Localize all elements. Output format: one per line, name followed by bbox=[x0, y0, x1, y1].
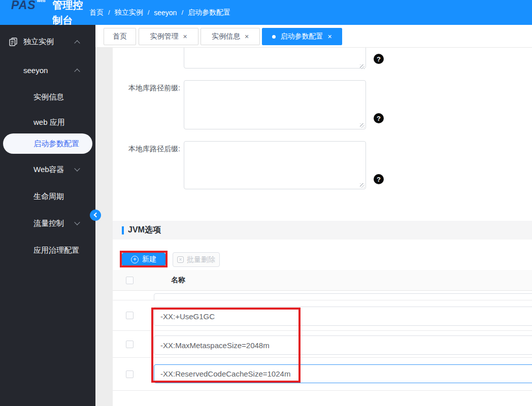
batch-delete-label: 批量删除 bbox=[187, 255, 215, 264]
table-row-partial bbox=[113, 291, 532, 300]
select-all-checkbox[interactable] bbox=[126, 277, 134, 284]
tab-label: 首页 bbox=[113, 32, 127, 41]
chevron-up-icon bbox=[74, 40, 80, 46]
column-header-name: 名称 bbox=[171, 276, 185, 285]
content-area: ? 本地库路径前缀: ? 本地库路径后缀: ? JVM选项 + 新建 × bbox=[95, 48, 532, 406]
logo: PAS Web 管理控制台 bbox=[0, 0, 84, 28]
sidebar-item-web-app[interactable]: web 应用 bbox=[0, 115, 95, 129]
jvm-options-section-header: JVM选项 bbox=[113, 221, 532, 240]
sidebar-item-label: 启动参数配置 bbox=[34, 139, 79, 149]
sidebar-item-label: 流量控制 bbox=[34, 219, 64, 228]
sidebar-item-instance-info[interactable]: 实例信息 bbox=[0, 90, 95, 104]
breadcrumb-separator: / bbox=[181, 9, 183, 16]
tab-label: 实例管理 bbox=[150, 32, 178, 41]
table-row bbox=[113, 331, 532, 358]
sidebar-item-label: seeyon bbox=[23, 66, 48, 75]
jvm-option-input-focused[interactable] bbox=[154, 364, 532, 383]
new-button[interactable]: + 新建 bbox=[122, 253, 165, 266]
sidebar-item-label: Web容器 bbox=[34, 165, 64, 175]
tab-bar: 首页 实例管理 × 实例信息 × 启动参数配置 × bbox=[95, 25, 532, 48]
sidebar-collapse-button[interactable] bbox=[90, 210, 101, 221]
close-icon[interactable]: × bbox=[327, 33, 331, 40]
main-area: 首页 实例管理 × 实例信息 × 启动参数配置 × ? 本 bbox=[95, 25, 532, 406]
logo-superscript: Web bbox=[37, 0, 46, 3]
tab-instance-management[interactable]: 实例管理 × bbox=[139, 28, 198, 45]
local-lib-path-suffix-label: 本地库路径后缀: bbox=[99, 145, 180, 154]
local-lib-path-suffix-textarea[interactable] bbox=[184, 141, 366, 189]
help-icon[interactable]: ? bbox=[374, 113, 384, 123]
sidebar-item-lifecycle[interactable]: 生命周期 bbox=[0, 189, 95, 204]
row-checkbox[interactable] bbox=[126, 370, 134, 378]
tab-instance-info[interactable]: 实例信息 × bbox=[201, 28, 260, 45]
help-icon[interactable]: ? bbox=[374, 54, 384, 64]
breadcrumb-separator: / bbox=[148, 9, 150, 16]
active-tab-dot bbox=[272, 35, 276, 39]
textarea-resize-handle[interactable] bbox=[360, 64, 364, 69]
sidebar-item-web-container[interactable]: Web容器 bbox=[0, 162, 95, 177]
logo-text: PAS bbox=[11, 0, 36, 13]
close-icon[interactable]: × bbox=[245, 33, 249, 40]
sidebar-item-label: 生命周期 bbox=[34, 192, 64, 201]
plus-circle-icon: + bbox=[131, 256, 139, 263]
table-row bbox=[113, 358, 532, 391]
chevron-down-icon bbox=[74, 165, 80, 171]
chevron-up-icon bbox=[74, 69, 80, 74]
sidebar: 独立实例 seeyon 实例信息 web 应用 启动参数配置 Web容器 生命周… bbox=[0, 25, 95, 406]
jvm-option-input-partial[interactable] bbox=[154, 293, 532, 300]
app-header: PAS Web 管理控制台 首页 / 独立实例 / seeyon / 启动参数配… bbox=[0, 0, 532, 25]
chevron-left-icon bbox=[94, 213, 99, 218]
sidebar-item-app-governance[interactable]: 应用治理配置 bbox=[0, 243, 95, 257]
sidebar-item-seeyon[interactable]: seeyon bbox=[0, 63, 95, 77]
local-lib-path-prefix-textarea[interactable] bbox=[184, 80, 366, 129]
breadcrumb-item-seeyon[interactable]: seeyon bbox=[154, 9, 177, 17]
close-icon[interactable]: × bbox=[183, 33, 187, 40]
sidebar-item-label: 应用治理配置 bbox=[34, 246, 79, 255]
new-button-label: 新建 bbox=[142, 255, 156, 264]
app-root: PAS Web 管理控制台 首页 / 独立实例 / seeyon / 启动参数配… bbox=[0, 0, 532, 406]
tab-label: 实例信息 bbox=[212, 32, 240, 41]
documents-icon bbox=[9, 37, 18, 48]
textarea-resize-handle[interactable] bbox=[360, 123, 364, 128]
breadcrumb-separator: / bbox=[108, 9, 110, 16]
tab-startup-params[interactable]: 启动参数配置 × bbox=[262, 28, 342, 45]
local-lib-path-prefix-label: 本地库路径前缀: bbox=[99, 84, 180, 93]
table-header: 名称 bbox=[113, 270, 532, 291]
jvm-option-input[interactable] bbox=[154, 307, 532, 326]
sidebar-item-traffic-control[interactable]: 流量控制 bbox=[0, 216, 95, 230]
row-checkbox[interactable] bbox=[126, 341, 134, 348]
sidebar-item-standalone-instance[interactable]: 独立实例 bbox=[0, 35, 95, 49]
sidebar-item-label: 实例信息 bbox=[34, 92, 64, 102]
help-icon[interactable]: ? bbox=[374, 174, 384, 184]
batch-delete-button[interactable]: × 批量删除 bbox=[173, 252, 220, 267]
breadcrumb-item-instances[interactable]: 独立实例 bbox=[115, 8, 143, 17]
tab-home[interactable]: 首页 bbox=[104, 28, 136, 45]
breadcrumb-item-home[interactable]: 首页 bbox=[89, 8, 104, 17]
section-title: JVM选项 bbox=[128, 225, 161, 235]
row-checkbox[interactable] bbox=[126, 312, 134, 319]
sidebar-item-startup-params[interactable]: 启动参数配置 bbox=[3, 133, 92, 154]
top-partial-textarea[interactable] bbox=[184, 48, 366, 69]
app-title: 管理控制台 bbox=[52, 0, 84, 28]
section-accent-bar bbox=[122, 226, 124, 234]
textarea-resize-handle[interactable] bbox=[360, 183, 364, 188]
sidebar-item-label: 独立实例 bbox=[23, 37, 54, 47]
tab-label: 启动参数配置 bbox=[280, 32, 323, 41]
jvm-option-input[interactable] bbox=[154, 335, 532, 355]
breadcrumb-item-current: 启动参数配置 bbox=[188, 8, 230, 17]
chevron-down-icon bbox=[74, 219, 80, 225]
table-row bbox=[113, 300, 532, 331]
sidebar-item-label: web 应用 bbox=[34, 118, 65, 127]
breadcrumb: 首页 / 独立实例 / seeyon / 启动参数配置 bbox=[89, 8, 230, 17]
delete-square-icon: × bbox=[177, 256, 184, 263]
